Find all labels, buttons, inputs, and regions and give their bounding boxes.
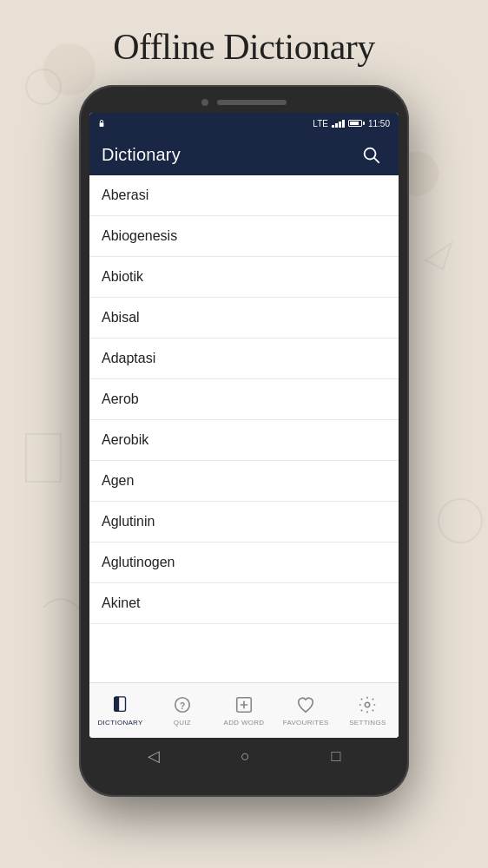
search-button[interactable]: [355, 139, 386, 170]
add-word-nav-icon: [234, 695, 254, 717]
phone-top-bar: [89, 95, 399, 113]
word-text: Abisal: [102, 310, 140, 325]
signal-label: LTE: [313, 119, 328, 128]
add-word-nav-label: ADD WORD: [224, 719, 265, 727]
nav-item-dictionary[interactable]: DICTIONARY: [89, 683, 151, 738]
nav-item-settings[interactable]: SETTINGS: [337, 683, 399, 738]
recents-button[interactable]: □: [331, 747, 340, 766]
word-text: Agen: [102, 473, 134, 488]
word-list-item[interactable]: Aerobik: [89, 420, 399, 461]
quiz-nav-label: QUIZ: [174, 719, 191, 727]
word-text: Adaptasi: [102, 351, 155, 365]
svg-rect-4: [114, 696, 119, 711]
word-text: Abiotik: [102, 269, 143, 284]
time-display: 11:50: [368, 119, 390, 128]
status-bar: LTE 11:50: [89, 113, 399, 134]
screen: LTE 11:50 Dictionary: [89, 113, 399, 738]
word-text: Aglutinin: [102, 514, 155, 529]
camera-dot: [201, 99, 208, 106]
word-list: AberasiAbiogenesisAbiotikAbisalAdaptasiA…: [89, 175, 399, 682]
battery-icon: [348, 120, 365, 127]
word-list-item[interactable]: Akinet: [89, 583, 399, 624]
word-list-item[interactable]: Abiotik: [89, 257, 399, 298]
dictionary-nav-label: DICTIONARY: [98, 719, 143, 727]
svg-rect-0: [100, 122, 104, 127]
nav-item-quiz[interactable]: ? QUIZ: [151, 683, 213, 738]
word-list-item[interactable]: Abisal: [89, 298, 399, 339]
word-text: Aberasi: [102, 187, 148, 202]
quiz-nav-icon: ?: [173, 695, 192, 717]
app-header: Dictionary: [89, 134, 399, 175]
word-list-item[interactable]: Adaptasi: [89, 339, 399, 379]
word-list-item[interactable]: Agen: [89, 461, 399, 502]
signal-bars: [332, 120, 345, 128]
nav-item-favourites[interactable]: FAVOURITES: [275, 683, 337, 738]
favourites-nav-icon: [296, 695, 315, 717]
phone-bottom-bar: ◁ ○ □: [89, 738, 399, 771]
status-right: LTE 11:50: [313, 119, 390, 128]
svg-point-10: [366, 702, 371, 707]
word-list-item[interactable]: Aglutinogen: [89, 542, 399, 583]
back-button[interactable]: ◁: [148, 746, 160, 766]
page-title: Offline Dictionary: [113, 26, 375, 68]
app-header-title: Dictionary: [102, 145, 181, 165]
speaker-bar: [217, 100, 287, 105]
word-list-item[interactable]: Abiogenesis: [89, 216, 399, 257]
word-text: Aglutinogen: [102, 555, 175, 569]
home-button[interactable]: ○: [241, 747, 250, 766]
word-text: Akinet: [102, 595, 140, 610]
svg-text:?: ?: [180, 700, 185, 710]
word-list-item[interactable]: Aerob: [89, 379, 399, 420]
word-text: Aerobik: [102, 432, 148, 447]
status-left: [98, 119, 105, 128]
settings-nav-icon: [358, 695, 377, 717]
word-list-item[interactable]: Aglutinin: [89, 502, 399, 542]
word-list-item[interactable]: Aberasi: [89, 175, 399, 216]
favourites-nav-label: FAVOURITES: [283, 719, 329, 727]
word-text: Aerob: [102, 391, 139, 406]
dictionary-nav-icon: [111, 695, 130, 717]
nav-item-add-word[interactable]: ADD WORD: [213, 683, 274, 738]
bottom-nav: DICTIONARY ? QUIZ ADD WORD FAVOURITES SE…: [89, 682, 399, 738]
phone-frame: LTE 11:50 Dictionary: [79, 85, 409, 797]
settings-nav-label: SETTINGS: [349, 719, 386, 727]
svg-line-2: [374, 158, 379, 162]
word-text: Abiogenesis: [102, 228, 177, 243]
